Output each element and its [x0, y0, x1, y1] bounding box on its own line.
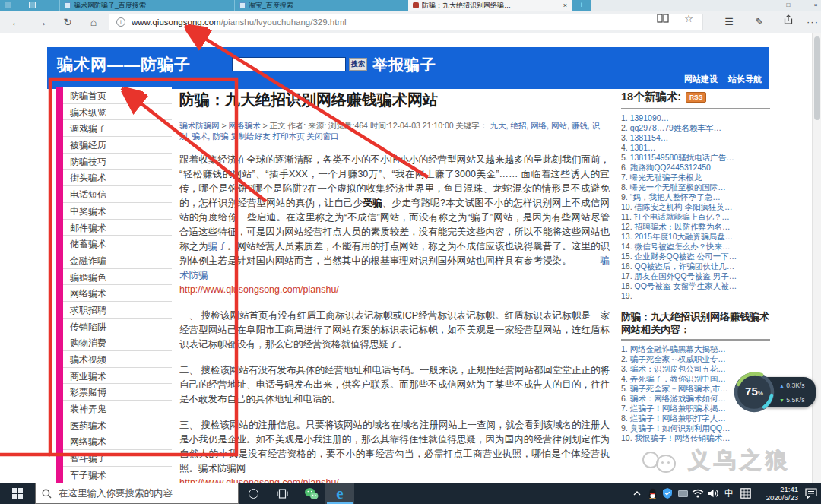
scam-list-item[interactable]: 1381…: [621, 143, 770, 153]
sidebar-menu-item[interactable]: 防骗技巧: [63, 154, 172, 170]
scam-list-item[interactable]: 曝光无耻骗子朱根龙: [621, 173, 770, 182]
scrollbar-thumb[interactable]: [814, 36, 820, 120]
scam-link[interactable]: 企业财务QQ被盗 公司一下…: [635, 252, 737, 261]
scam-list-item[interactable]: qq2978…79姓名赖丰军…: [621, 123, 770, 133]
sidebar-menu-item[interactable]: 被骗经历: [63, 137, 172, 154]
scam-link[interactable]: 借陈安之机构 李阳疯狂英…: [635, 202, 733, 211]
forward-icon[interactable]: →: [32, 13, 52, 31]
sidebar-menu-item[interactable]: 传销陷阱: [63, 319, 172, 335]
related-link[interactable]: 弄死骗子，教你识别中国…: [630, 374, 726, 383]
sidebar-menu-item[interactable]: 网络骗术: [63, 433, 172, 450]
scam-list-item[interactable]: QQ被盗后，诈骗团伙让几…: [621, 262, 770, 271]
scam-list-item[interactable]: 1391090…: [621, 113, 770, 123]
scam-link[interactable]: 招聘骗术：以防作弊为名…: [635, 222, 731, 231]
action-center-button[interactable]: [801, 483, 821, 504]
set-tabs-aside-icon[interactable]: [5, 2, 11, 8]
scam-list-item[interactable]: 打个电话就能骗上百亿？…: [621, 212, 770, 222]
scam-list-item[interactable]: 1381154…: [621, 133, 770, 143]
sidebar-menu-item[interactable]: 储蓄骗术: [63, 236, 172, 252]
back-icon[interactable]: ←: [6, 13, 26, 31]
tab-preview-icon[interactable]: [29, 2, 36, 8]
report-scammer-link[interactable]: 举报骗子: [372, 55, 436, 75]
sidebar-menu-item[interactable]: 车子骗术: [63, 467, 172, 483]
sidebar-menu-item[interactable]: 骗术纵览: [63, 104, 172, 121]
web-note-pen-icon[interactable]: ✎: [748, 13, 771, 31]
site-search-input[interactable]: [232, 57, 346, 71]
new-tab-button[interactable]: +: [572, 0, 591, 11]
scam-link[interactable]: 1381154…: [630, 133, 669, 142]
ime-grid-icon[interactable]: [737, 483, 754, 504]
sidebar-menu-item[interactable]: 邮件骗术: [63, 220, 172, 236]
taskbar-search-input[interactable]: [57, 487, 232, 499]
site-info-icon[interactable]: i: [116, 17, 125, 27]
hub-icon[interactable]: ☰: [718, 13, 740, 31]
related-link[interactable]: 网络金融诈骗黑幕大揭秘…: [630, 344, 726, 353]
wechat-taskbar-button[interactable]: [296, 483, 325, 504]
nav-link-webmaster[interactable]: 站长导航: [728, 74, 762, 85]
article-url-link[interactable]: http://www.qiusongsong.com/pianshu/: [179, 476, 610, 483]
nav-link-site-build[interactable]: 网站建设: [684, 74, 718, 85]
taskbar-clock[interactable]: 21:41 2020/6/23: [754, 485, 801, 502]
scam-link[interactable]: 2015年度10大融资骗局盘…: [635, 232, 734, 241]
security-shield-tray-icon[interactable]: [660, 483, 675, 504]
scam-list-item[interactable]: 招聘骗术：以防作弊为名…: [621, 222, 770, 232]
sidebar-menu-item[interactable]: 骗婚骗色: [63, 269, 172, 286]
speed-monitor-widget[interactable]: 75% ▲ 0.3K/s ▼ 5.5K/s: [734, 372, 816, 414]
url-text[interactable]: www.qiusongsong.com/pianshu/lvyouchuhang…: [132, 17, 347, 27]
sidebar-menu-item[interactable]: 调戏骗子: [63, 120, 172, 137]
input-method-indicator[interactable]: 中: [721, 487, 737, 500]
sidebar-menu-item[interactable]: 智斗骗子: [63, 450, 172, 467]
qq-tray-icon[interactable]: [645, 483, 660, 504]
sidebar-menu-item[interactable]: 防骗首页: [63, 87, 172, 104]
scam-link[interactable]: QQ被盗后，诈骗团伙让几…: [635, 262, 735, 271]
scam-list-item[interactable]: QQ号被盗 女留学生家人被…: [621, 281, 770, 291]
scam-list-item[interactable]: 曝光一个无耻至极的国际…: [621, 182, 770, 192]
maximize-button[interactable]: □: [777, 0, 800, 11]
related-list-item[interactable]: 我恨骗子！网络传销骗术…: [621, 433, 770, 443]
home-icon[interactable]: ⌂: [84, 13, 103, 31]
scam-link[interactable]: 打个电话就能骗上百亿？…: [634, 212, 730, 221]
wifi-tray-icon[interactable]: [690, 483, 705, 504]
tray-chevron-icon[interactable]: [629, 483, 645, 504]
scam-link[interactable]: QQ号被盗 女留学生家人被…: [635, 281, 737, 290]
sidebar-menu-item[interactable]: 求职招聘: [63, 302, 172, 319]
related-list-item[interactable]: 臭骗子！如何识别利用QQ…: [621, 423, 770, 433]
more-menu-icon[interactable]: ···: [801, 13, 821, 31]
related-list-item[interactable]: 骗子死全家～权威职业专…: [621, 354, 770, 364]
refresh-icon[interactable]: ↻: [58, 13, 78, 31]
sidebar-menu-item[interactable]: 彩票赌博: [63, 384, 172, 401]
sidebar-menu-item[interactable]: 医药骗术: [63, 417, 172, 434]
scam-list-item[interactable]: 跑路狗QQ2445312450: [621, 163, 770, 173]
scam-list-item[interactable]: 借陈安之机构 李阳疯狂英…: [621, 202, 770, 212]
minimize-button[interactable]: ─: [749, 0, 772, 11]
related-link[interactable]: 我恨骗子！网络传销骗术…: [635, 433, 731, 442]
scam-link[interactable]: 1381…: [630, 143, 656, 152]
tab-baidu-search-1[interactable]: 骗术网防骗子_百度搜索: [59, 0, 234, 11]
sidebar-menu-item[interactable]: 网络骗术: [63, 285, 172, 302]
close-window-button[interactable]: ×: [804, 0, 821, 11]
scam-link[interactable]: “妈，我把人整怀孕了急…: [630, 192, 721, 201]
scam-link[interactable]: 微信号被盗怎么办？快来…: [635, 242, 731, 251]
tab-close-icon[interactable]: ×: [563, 0, 568, 11]
reading-view-icon[interactable]: [652, 13, 674, 25]
scam-list-item[interactable]: 微信号被盗怎么办？快来…: [621, 242, 770, 252]
start-button[interactable]: [0, 483, 35, 504]
scam-link[interactable]: 跑路狗QQ2445312450: [630, 163, 711, 172]
task-view-button[interactable]: [268, 483, 296, 504]
related-list-item[interactable]: 烂骗子！网络兼职打字人…: [621, 414, 770, 423]
sidebar-menu-item[interactable]: 骗术视频: [63, 351, 172, 368]
volume-tray-icon[interactable]: [705, 483, 721, 504]
related-link[interactable]: 骗术：网络游戏骗术如何…: [630, 394, 726, 403]
tab-active-article[interactable]: 防骗：九大绝招识别网络骗… ×: [408, 0, 572, 11]
sidebar-menu-item[interactable]: 街头骗术: [63, 170, 172, 186]
scam-link[interactable]: 13811549580骚扰电话广告…: [630, 153, 734, 162]
related-link[interactable]: 骗子死全家－网络骗术,市…: [630, 384, 728, 393]
tab-baidu-search-2[interactable]: 淘宝_百度搜索: [234, 0, 408, 11]
scam-link[interactable]: 1391090…: [630, 113, 669, 122]
scam-list-item[interactable]: 企业财务QQ被盗 公司一下…: [621, 252, 770, 262]
edge-taskbar-button[interactable]: e: [325, 483, 354, 504]
scam-list-item[interactable]: 13811549580骚扰电话广告…: [621, 153, 770, 163]
breadcrumb[interactable]: 骗术防骗网 > 网络骗术 > 正文 作者: 来源: 浏览量:464 时间:12-…: [179, 120, 610, 141]
favorite-star-icon[interactable]: ☆: [678, 13, 699, 25]
related-link[interactable]: 烂骗子！网络兼职打字人…: [630, 414, 726, 423]
